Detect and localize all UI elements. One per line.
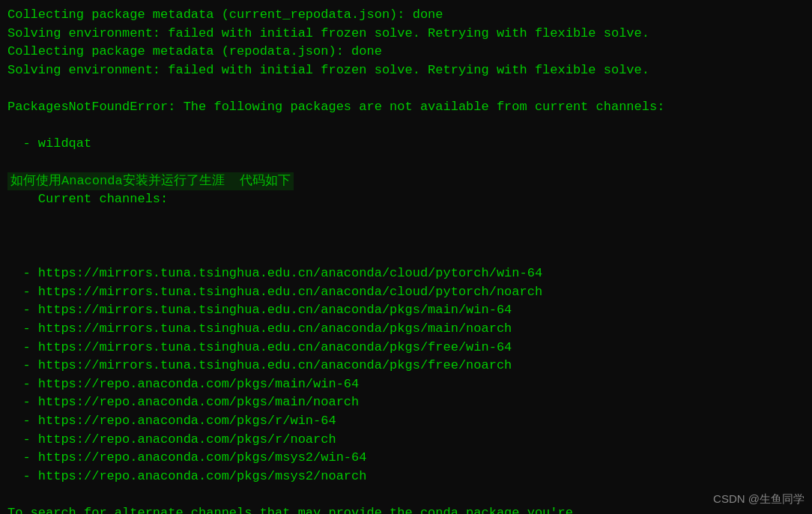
line-12: - https://mirrors.tuna.tsinghua.edu.cn/a… bbox=[7, 264, 805, 283]
line-17: - https://mirrors.tuna.tsinghua.edu.cn/a… bbox=[7, 357, 805, 375]
csdn-watermark: CSDN @生鱼同学 bbox=[713, 492, 805, 507]
line-25: To search for alternate channels that ma… bbox=[7, 504, 805, 514]
line-10-container: Current channels: 如何使用Anaconda安装并运行了生涯 代… bbox=[7, 172, 805, 247]
overlay-text: 如何使用Anaconda安装并运行了生涯 代码如下 bbox=[7, 172, 294, 191]
line-4: Solving environment: failed with initial… bbox=[7, 61, 805, 80]
line-22: - https://repo.anaconda.com/pkgs/msys2/w… bbox=[7, 449, 805, 468]
terminal-window: Collecting package metadata (current_rep… bbox=[0, 0, 812, 514]
line-5 bbox=[7, 80, 805, 99]
line-21: - https://repo.anaconda.com/pkgs/r/noarc… bbox=[7, 431, 805, 450]
line-14: - https://mirrors.tuna.tsinghua.edu.cn/a… bbox=[7, 301, 805, 320]
line-24 bbox=[7, 486, 805, 505]
line-8: - wildqat bbox=[7, 135, 805, 154]
line-10: Current channels: bbox=[38, 192, 168, 206]
line-16: - https://mirrors.tuna.tsinghua.edu.cn/a… bbox=[7, 339, 805, 357]
line-6: PackagesNotFoundError: The following pac… bbox=[7, 98, 805, 117]
line-11 bbox=[7, 246, 805, 264]
line-3: Collecting package metadata (repodata.js… bbox=[7, 43, 805, 61]
line-15: - https://mirrors.tuna.tsinghua.edu.cn/a… bbox=[7, 320, 805, 339]
line-19: - https://repo.anaconda.com/pkgs/main/no… bbox=[7, 393, 805, 412]
line-18: - https://repo.anaconda.com/pkgs/main/wi… bbox=[7, 375, 805, 394]
line-23: - https://repo.anaconda.com/pkgs/msys2/n… bbox=[7, 468, 805, 486]
line-7 bbox=[7, 117, 805, 136]
line-2: Solving environment: failed with initial… bbox=[7, 25, 805, 43]
line-1: Collecting package metadata (current_rep… bbox=[7, 6, 805, 25]
line-13: - https://mirrors.tuna.tsinghua.edu.cn/a… bbox=[7, 283, 805, 302]
line-9 bbox=[7, 154, 805, 172]
line-20: - https://repo.anaconda.com/pkgs/r/win-6… bbox=[7, 412, 805, 431]
